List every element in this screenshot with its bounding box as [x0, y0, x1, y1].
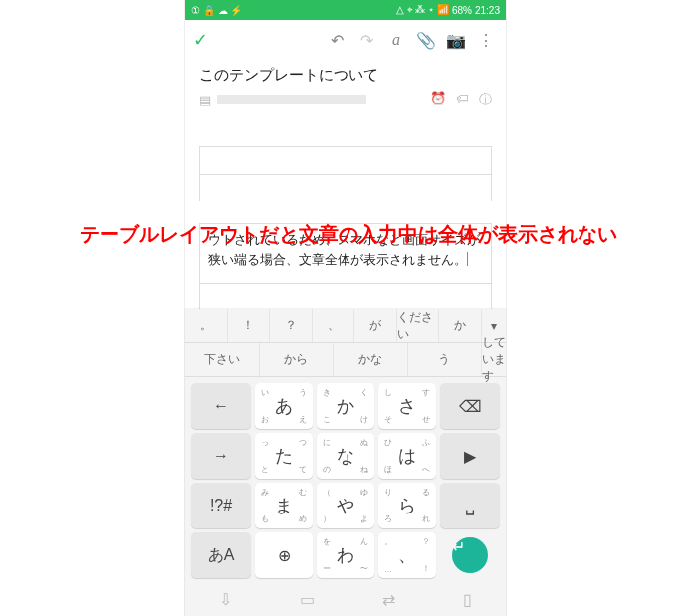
key-か[interactable]: かきくこけ — [317, 383, 374, 429]
nav-recent-icon[interactable]: ▭ — [300, 590, 315, 609]
key-、[interactable]: 、。？…！ — [378, 532, 436, 578]
toolbar: ✓ ↶ ↷ a 📎 📷 ⋮ — [185, 20, 506, 60]
key-!?#[interactable]: !?# — [191, 483, 251, 528]
key-さ[interactable]: さしすそせ — [378, 383, 436, 429]
suggestion-row-1: 。！？、がくださいか▾ — [185, 309, 506, 343]
status-right-icons: △ ⌖ ⁂ ⋆ 📶 — [396, 4, 449, 16]
suggestion-item[interactable]: かな — [334, 343, 408, 376]
key-は[interactable]: はひふほへ — [378, 433, 436, 479]
key-←[interactable]: ← — [191, 383, 251, 429]
suggestion-item[interactable]: から — [260, 343, 335, 376]
status-battery: 68% — [452, 5, 472, 16]
status-right: △ ⌖ ⁂ ⋆ 📶 68% 21:23 — [396, 4, 500, 16]
key-た[interactable]: たっつとて — [255, 433, 313, 479]
phone-frame: ① 🔒 ☁ ⚡ △ ⌖ ⁂ ⋆ 📶 68% 21:23 ✓ ↶ ↷ a 📎 📷 … — [185, 0, 506, 616]
key-ら[interactable]: らりるろれ — [378, 483, 436, 528]
undo-button[interactable]: ↶ — [325, 31, 348, 50]
key-grid: ←あいうおえかきくこけさしすそせ⌫→たっつとてなにぬのねはひふほへ▶!?#まみむ… — [185, 377, 506, 582]
attach-button[interactable]: 📎 — [414, 31, 438, 50]
note-title[interactable]: このテンプレートについて — [185, 60, 506, 89]
suggestion-item[interactable]: か — [439, 309, 482, 342]
enter-key[interactable]: ↵ — [440, 532, 500, 578]
key-⊕[interactable]: ⊕ — [255, 532, 313, 578]
suggestion-item[interactable]: ！ — [228, 309, 271, 342]
annotation-overlay: テーブルレイアウトだと文章の入力中は全体が表示されない — [22, 221, 675, 248]
key-な[interactable]: なにぬのね — [317, 433, 374, 479]
suggestion-row-2: 下さいからかなうしています — [185, 343, 506, 377]
suggestion-item[interactable]: 、 — [313, 309, 355, 342]
status-left-icons: ① 🔒 ☁ ⚡ — [191, 5, 242, 16]
key-⌫[interactable]: ⌫ — [440, 383, 500, 429]
text-cursor — [467, 252, 468, 266]
suggestion-item[interactable]: ？ — [270, 309, 313, 342]
notebook-icon[interactable]: ▤ — [199, 93, 211, 107]
nav-down-icon[interactable]: ⇩ — [219, 590, 232, 609]
tag-icon[interactable]: 🏷 — [456, 91, 469, 108]
table-row[interactable] — [199, 146, 492, 201]
key-や[interactable]: や（ゆ）よ — [317, 483, 374, 528]
suggestion-item[interactable]: ください — [397, 309, 440, 342]
suggestion-item[interactable]: う — [408, 343, 483, 376]
nav-back-icon[interactable]: ▯ — [463, 590, 472, 609]
status-time: 21:23 — [475, 5, 500, 16]
format-button[interactable]: a — [384, 31, 408, 49]
nav-home-icon[interactable]: ⇄ — [382, 590, 395, 609]
camera-button[interactable]: 📷 — [444, 31, 468, 50]
key-▶[interactable]: ▶ — [440, 433, 500, 479]
reminder-icon[interactable]: ⏰ — [430, 91, 446, 108]
suggestion-item[interactable]: 。 — [185, 309, 228, 342]
key-␣[interactable]: ␣ — [440, 483, 500, 528]
redo-button[interactable]: ↷ — [354, 31, 378, 50]
key-わ[interactable]: わをんー〜 — [317, 532, 374, 578]
suggestion-item[interactable]: しています — [482, 343, 506, 376]
more-button[interactable]: ⋮ — [474, 31, 498, 50]
nav-bar: ⇩ ▭ ⇄ ▯ — [185, 582, 506, 616]
status-bar: ① 🔒 ☁ ⚡ △ ⌖ ⁂ ⋆ 📶 68% 21:23 — [185, 0, 506, 20]
keyboard: 。！？、がくださいか▾ 下さいからかなうしています ←あいうおえかきくこけさしす… — [185, 309, 506, 616]
meta-placeholder — [217, 95, 366, 104]
key-ま[interactable]: まみむもめ — [255, 483, 313, 528]
meta-row: ▤ ⏰ 🏷 ⓘ — [185, 89, 506, 116]
table-row[interactable] — [199, 284, 492, 310]
suggestion-item[interactable]: 下さい — [185, 343, 260, 376]
key-あA[interactable]: あA — [191, 532, 251, 578]
suggestion-item[interactable]: が — [354, 309, 397, 342]
done-button[interactable]: ✓ — [193, 29, 208, 51]
key-あ[interactable]: あいうおえ — [255, 383, 313, 429]
key-→[interactable]: → — [191, 433, 251, 479]
info-icon[interactable]: ⓘ — [479, 91, 492, 108]
